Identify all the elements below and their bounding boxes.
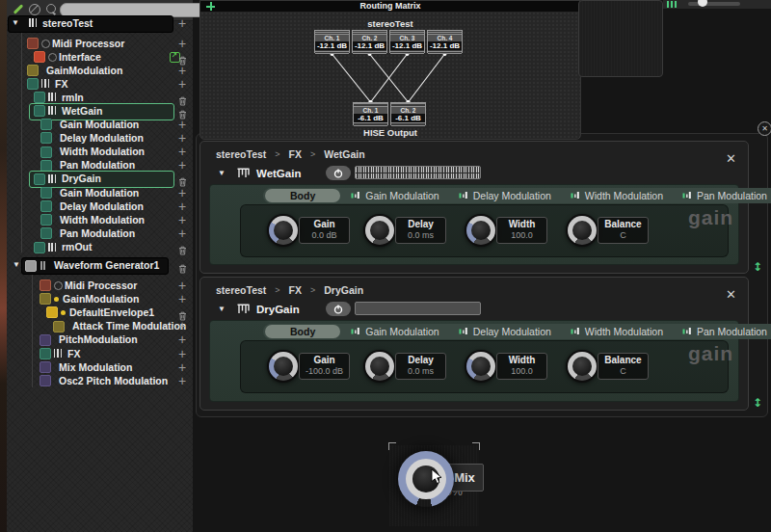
knob-value: C	[598, 230, 648, 240]
delete-module-button[interactable]	[178, 260, 187, 278]
tree-item-midi-processor[interactable]: Midi Processor+	[7, 279, 193, 293]
knob-width[interactable]	[465, 350, 497, 383]
resize-handle-icon[interactable]: ↕	[753, 396, 762, 410]
bypass-radio-icon[interactable]	[41, 40, 50, 48]
tree-item-gainmodulation[interactable]: GainModulation+	[7, 64, 193, 78]
routing-connection-line[interactable]	[332, 54, 371, 102]
mini-green-icon[interactable]	[667, 1, 677, 8]
add-module-button[interactable]: +	[178, 36, 186, 51]
modulation-chain-icon	[571, 325, 581, 338]
knob-delay[interactable]	[363, 350, 396, 383]
tab-pan-modulation[interactable]: Pan Modulation	[674, 325, 771, 338]
channel-gain-value: -12.1 dB	[390, 41, 424, 50]
tree-item-fx[interactable]: FX+	[7, 347, 193, 361]
routing-output-channel[interactable]: Ch. 1-6.1 dB	[353, 102, 388, 125]
tab-body[interactable]: Body	[265, 325, 340, 338]
close-icon[interactable]: ✕	[726, 287, 736, 302]
breadcrumb-item[interactable]: FX	[289, 148, 302, 160]
knob-delay[interactable]	[363, 214, 396, 247]
tab-gain-modulation[interactable]: Gain Modulation	[342, 325, 447, 338]
tree-item-stereotest[interactable]: ▼stereoTest+	[7, 16, 193, 31]
tree-item-width-modulation[interactable]: Width Modulation+	[7, 145, 193, 159]
module-body: BodyGain ModulationDelay ModulationWidth…	[209, 320, 739, 402]
knob-label: Gain	[300, 354, 349, 366]
tree-item-pan-modulation[interactable]: Pan Modulation+	[7, 226, 193, 241]
zoom-slider-track[interactable]	[688, 2, 740, 6]
tab-width-modulation[interactable]: Width Modulation	[562, 325, 672, 338]
tab-delay-modulation[interactable]: Delay Modulation	[450, 189, 560, 202]
tree-item-width-modulation[interactable]: Width Modulation+	[7, 213, 193, 227]
breadcrumb-item[interactable]: FX	[289, 284, 302, 296]
bypass-radio-icon[interactable]	[48, 53, 57, 62]
tree-item-interface[interactable]: Interface	[7, 50, 193, 65]
tab-gain-modulation[interactable]: Gain Modulation	[342, 189, 447, 202]
tree-item-delay-modulation[interactable]: Delay Modulation+	[7, 200, 193, 214]
tree-item-rmout[interactable]: rmOut	[7, 240, 193, 254]
search-icon[interactable]	[46, 4, 56, 13]
close-icon[interactable]: ✕	[726, 151, 736, 166]
mix-knob[interactable]	[398, 451, 454, 507]
routing-connection-line[interactable]	[409, 54, 445, 102]
resize-handle-icon[interactable]: ↕	[753, 260, 762, 274]
power-button[interactable]	[326, 166, 351, 180]
collapse-triangle-icon[interactable]: ▼	[218, 169, 226, 177]
breadcrumb-item[interactable]: stereoTest	[216, 284, 266, 296]
routing-source-channel[interactable]: Ch. 3-12.1 dB	[389, 30, 425, 53]
breadcrumb-item[interactable]: DryGain	[324, 284, 363, 296]
tree-item-mix-modulation[interactable]: Mix Modulation+	[7, 360, 193, 375]
tab-delay-modulation[interactable]: Delay Modulation	[450, 325, 560, 338]
tab-width-modulation[interactable]: Width Modulation	[562, 189, 672, 202]
collapse-triangle-icon[interactable]: ▼	[13, 260, 20, 269]
knob-balance[interactable]	[566, 350, 598, 383]
module-bars-icon	[48, 243, 57, 252]
breadcrumb-item[interactable]: stereoTest	[216, 148, 266, 160]
edit-pencil-icon[interactable]	[13, 4, 24, 14]
tab-pan-modulation[interactable]: Pan Modulation	[674, 189, 771, 202]
tree-item-pitchmodulation[interactable]: PitchModulation+	[7, 332, 193, 347]
tree-item-label: Mix Modulation	[59, 361, 132, 373]
tab-body[interactable]: Body	[265, 189, 340, 202]
tree-item-midi-processor[interactable]: Midi Processor+	[7, 37, 193, 51]
add-module-button[interactable]: +	[178, 291, 186, 306]
filter-off-icon[interactable]	[29, 4, 40, 15]
routing-source-channel[interactable]: Ch. 4-12.1 dB	[427, 30, 463, 53]
tree-item-gain-modulation[interactable]: Gain Modulation+	[7, 118, 193, 132]
tree-item-gainmodulation[interactable]: GainModulation+	[7, 292, 193, 306]
routing-output-channel[interactable]: Ch. 2-6.1 dB	[390, 102, 426, 125]
routing-source-channel[interactable]: Ch. 2-12.1 dB	[352, 30, 387, 53]
bypass-radio-icon[interactable]	[54, 281, 63, 290]
move-cross-icon[interactable]	[206, 2, 215, 11]
add-module-button[interactable]: +	[178, 226, 186, 241]
add-module-button[interactable]: +	[178, 373, 186, 388]
add-module-button[interactable]: +	[178, 157, 186, 173]
breadcrumb-item[interactable]: WetGain	[324, 148, 364, 160]
tree-item-defaultenvelope1[interactable]: DefaultEnvelope1	[7, 306, 193, 320]
collapse-triangle-icon[interactable]: ▼	[218, 305, 226, 313]
knob-width[interactable]	[465, 214, 497, 247]
tree-item-attack-time-modulation[interactable]: Attack Time Modulation+	[7, 319, 193, 333]
close-column-icon[interactable]: ✕	[758, 121, 771, 136]
knob-balance[interactable]	[566, 214, 598, 247]
add-module-button[interactable]: +	[178, 15, 186, 31]
knob-gain[interactable]	[267, 350, 300, 383]
meter-stripes	[354, 122, 387, 126]
tree-item-osc2-pitch-modulation[interactable]: Osc2 Pitch Modulation+	[7, 374, 193, 388]
tree-item-fx[interactable]: FX+	[7, 77, 193, 92]
tree-item-waveform-generator1[interactable]: ▼Waveform Generator1	[7, 258, 193, 273]
module-color-square	[27, 38, 39, 49]
collapse-triangle-icon[interactable]: ▼	[12, 18, 19, 27]
vu-meter	[355, 302, 481, 315]
power-button[interactable]	[326, 302, 351, 316]
sound-generator-icon	[40, 261, 46, 270]
tree-item-gain-modulation[interactable]: Gain Modulation+	[7, 186, 193, 200]
tree-item-drygain[interactable]: DryGain	[7, 172, 193, 186]
knob-gain[interactable]	[267, 214, 300, 247]
module-color-square	[27, 65, 39, 76]
vu-meter	[355, 166, 481, 179]
tree-item-delay-modulation[interactable]: Delay Modulation+	[7, 131, 193, 146]
routing-matrix-titlebar[interactable]: Routing Matrix	[200, 1, 580, 12]
tree-item-wetgain[interactable]: WetGain	[7, 104, 193, 119]
delete-module-button[interactable]	[178, 242, 187, 259]
routing-source-channel[interactable]: Ch. 1-12.1 dB	[314, 30, 350, 53]
add-module-button[interactable]: +	[178, 76, 186, 92]
